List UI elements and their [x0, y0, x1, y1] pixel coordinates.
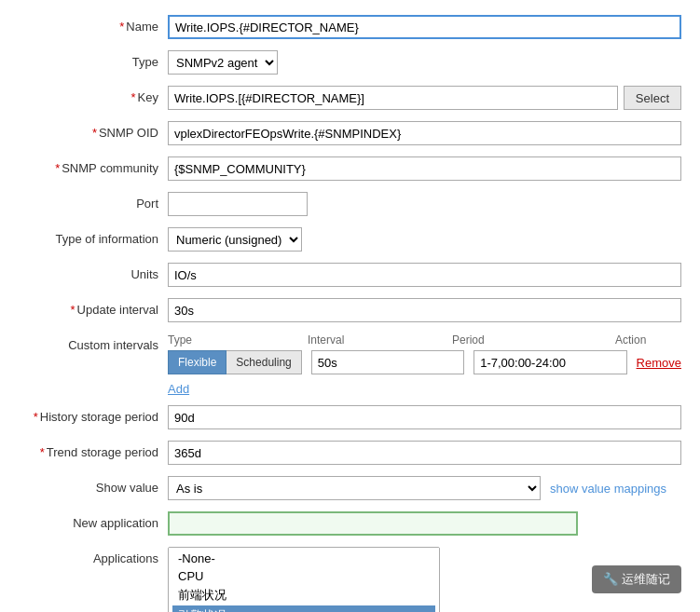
- show-value-mappings-link[interactable]: show value mappings: [550, 482, 666, 496]
- port-label: Port: [19, 192, 168, 211]
- app-option-frontend[interactable]: 前端状况: [172, 585, 435, 605]
- snmp-community-control: [168, 156, 681, 181]
- units-label: Units: [19, 263, 168, 281]
- type-select[interactable]: SNMPv2 agent SNMPv1 agent SNMPv3 agent Z…: [168, 50, 278, 75]
- new-application-row: New application: [19, 511, 681, 537]
- key-control: Select: [168, 86, 681, 110]
- snmp-oid-row: *SNMP OID: [19, 121, 681, 147]
- key-select-button[interactable]: Select: [624, 86, 681, 110]
- show-value-row: Show value As is Other show value mappin…: [19, 476, 681, 502]
- snmp-oid-control: [168, 121, 681, 145]
- trend-storage-label: *Trend storage period: [19, 441, 168, 459]
- port-row: Port: [19, 192, 681, 218]
- trend-storage-row: *Trend storage period: [19, 441, 681, 467]
- show-value-select[interactable]: As is Other: [168, 476, 541, 500]
- snmp-oid-label: *SNMP OID: [19, 121, 168, 140]
- form-container: *Name Type SNMPv2 agent SNMPv1 agent SNM…: [0, 0, 700, 612]
- history-storage-input[interactable]: [168, 405, 681, 429]
- snmp-community-row: *SNMP community: [19, 156, 681, 183]
- name-label: *Name: [19, 15, 168, 34]
- type-label: Type: [19, 50, 168, 69]
- ci-remove-button[interactable]: Remove: [637, 356, 681, 370]
- new-application-control: [168, 511, 681, 536]
- applications-label: Applications: [19, 547, 168, 565]
- show-value-label: Show value: [19, 476, 168, 495]
- type-control: SNMPv2 agent SNMPv1 agent SNMPv3 agent Z…: [168, 50, 681, 75]
- snmp-oid-input[interactable]: [168, 121, 681, 145]
- snmp-community-label: *SNMP community: [19, 156, 168, 175]
- type-of-information-select[interactable]: Numeric (unsigned) Numeric (float) Chara…: [168, 227, 302, 252]
- type-of-information-row: Type of information Numeric (unsigned) N…: [19, 227, 681, 253]
- custom-interval-row: FlexibleScheduling Remove: [168, 350, 681, 374]
- custom-intervals-row: Custom intervals Type Interval Period Ac…: [19, 333, 681, 396]
- type-row: Type SNMPv2 agent SNMPv1 agent SNMPv3 ag…: [19, 50, 681, 76]
- ci-add-button[interactable]: Add: [168, 382, 189, 396]
- ci-flexible-button[interactable]: Flexible: [168, 350, 226, 374]
- custom-intervals-headers: Type Interval Period Action: [168, 333, 681, 347]
- ci-period-input[interactable]: [474, 350, 626, 374]
- ci-interval-input[interactable]: [311, 350, 464, 374]
- update-interval-row: *Update interval: [19, 298, 681, 324]
- trend-storage-input[interactable]: [168, 441, 681, 465]
- app-option-none[interactable]: -None-: [172, 550, 435, 567]
- custom-intervals-control: Type Interval Period Action FlexibleSche…: [168, 333, 681, 396]
- app-option-cpu[interactable]: CPU: [172, 567, 435, 585]
- show-value-control: As is Other show value mappings: [168, 476, 681, 500]
- ci-header-period: Period: [443, 333, 606, 347]
- ci-header-type: Type: [168, 333, 298, 347]
- new-application-label: New application: [19, 511, 168, 530]
- snmp-community-input[interactable]: [168, 156, 681, 181]
- name-row: *Name: [19, 15, 681, 41]
- port-input[interactable]: [168, 192, 308, 216]
- watermark: 🔧 运维随记: [592, 565, 681, 593]
- type-of-information-control: Numeric (unsigned) Numeric (float) Chara…: [168, 227, 681, 252]
- key-row: *Key Select: [19, 86, 681, 112]
- update-interval-label: *Update interval: [19, 298, 168, 317]
- port-control: [168, 192, 681, 216]
- custom-intervals-label: Custom intervals: [19, 333, 168, 352]
- ci-header-action: Action: [606, 333, 681, 347]
- units-row: Units: [19, 263, 681, 289]
- key-input[interactable]: [168, 86, 618, 110]
- app-option-engine[interactable]: 引擎状况: [172, 605, 435, 612]
- update-interval-input[interactable]: [168, 298, 681, 322]
- update-interval-control: [168, 298, 681, 322]
- new-application-input[interactable]: [168, 511, 578, 536]
- units-input[interactable]: [168, 263, 681, 287]
- ci-scheduling-button[interactable]: Scheduling: [226, 350, 301, 374]
- history-storage-control: [168, 405, 681, 429]
- history-storage-label: *History storage period: [19, 405, 168, 424]
- type-of-information-label: Type of information: [19, 227, 168, 246]
- name-control: [168, 15, 681, 39]
- ci-header-interval: Interval: [298, 333, 443, 347]
- key-label: *Key: [19, 86, 168, 104]
- trend-storage-control: [168, 441, 681, 465]
- history-storage-row: *History storage period: [19, 405, 681, 431]
- units-control: [168, 263, 681, 287]
- applications-row: Applications -None- CPU 前端状况 引擎状况 物理接口: [19, 547, 681, 612]
- name-input[interactable]: [168, 15, 681, 39]
- applications-listbox[interactable]: -None- CPU 前端状况 引擎状况 物理接口: [168, 547, 440, 612]
